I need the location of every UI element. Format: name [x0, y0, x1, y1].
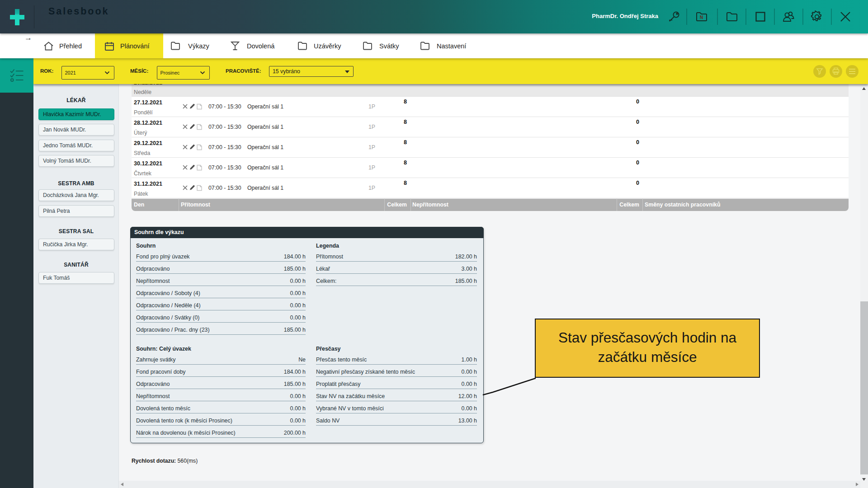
- svg-text:N: N: [700, 15, 703, 20]
